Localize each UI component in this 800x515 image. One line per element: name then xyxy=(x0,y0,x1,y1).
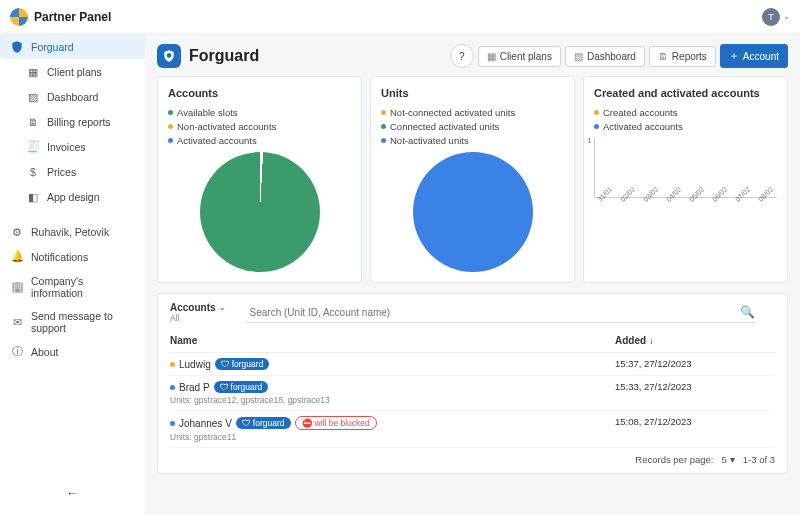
status-dot-icon xyxy=(170,385,175,390)
search-icon[interactable]: 🔍 xyxy=(740,305,755,319)
blocked-tag: ⛔will be blocked xyxy=(295,416,377,430)
sidebar-item-label: Client plans xyxy=(47,66,102,78)
sidebar-item-label: Forguard xyxy=(31,41,74,53)
button-label: Account xyxy=(743,51,779,62)
sidebar-item-support[interactable]: ✉ Send message to support xyxy=(0,304,145,339)
chevron-down-icon: ⌄ xyxy=(783,12,790,21)
sidebar-item-label: Invoices xyxy=(47,141,86,153)
account-name: Brad P xyxy=(179,382,210,393)
app-tag: 🛡forguard xyxy=(236,417,291,429)
sidebar-item-label: Notifications xyxy=(31,251,88,263)
column-name[interactable]: Name xyxy=(170,335,615,346)
sidebar-item-label: Prices xyxy=(47,166,76,178)
legend-dot-icon xyxy=(381,138,386,143)
added-timestamp: 15:37, 27/12/2023 xyxy=(615,358,775,369)
table-row[interactable]: Ludwig 🛡forguard 15:37, 27/12/2023 xyxy=(170,353,775,376)
user-menu[interactable]: T ⌄ xyxy=(762,8,790,26)
grid-icon: ▦ xyxy=(487,51,496,62)
reports-button[interactable]: 🗎Reports xyxy=(649,46,716,67)
filter-label: Accounts xyxy=(170,302,216,313)
per-page-label: Records per page: xyxy=(635,454,713,465)
created-activated-card: Created and activated accounts Created a… xyxy=(583,76,788,283)
card-title: Units xyxy=(381,87,564,99)
sidebar-item-forguard[interactable]: Forguard xyxy=(0,34,145,59)
filter-sublabel: All xyxy=(170,313,226,323)
table-row[interactable]: Brad P 🛡forguard Units: gpstrace12, gpst… xyxy=(170,376,775,411)
y-axis-tick: 1 xyxy=(587,136,591,145)
app-tag: 🛡forguard xyxy=(214,381,269,393)
client-plans-button[interactable]: ▦Client plans xyxy=(478,46,561,67)
table-row[interactable]: Johannes V 🛡forguard ⛔will be blocked Un… xyxy=(170,411,775,448)
page-shield-icon xyxy=(157,44,181,68)
legend-label: Activated accounts xyxy=(177,135,257,146)
column-added[interactable]: Added↓ xyxy=(615,335,775,346)
design-icon: ◧ xyxy=(26,190,40,204)
dollar-icon: $ xyxy=(26,165,40,179)
added-timestamp: 15:33, 27/12/2023 xyxy=(615,381,775,392)
status-dot-icon xyxy=(170,362,175,367)
chevron-down-icon: ▾ xyxy=(730,454,735,465)
doc-icon: 🗎 xyxy=(658,51,668,62)
grid-icon: ▦ xyxy=(26,65,40,79)
sidebar-item-app-design[interactable]: ◧ App design xyxy=(0,184,145,209)
accounts-pie-chart xyxy=(200,152,320,272)
info-icon: ⓘ xyxy=(10,345,24,359)
sidebar-item-label: Billing reports xyxy=(47,116,111,128)
sidebar-item-notifications[interactable]: 🔔 Notifications xyxy=(0,244,145,269)
legend-dot-icon xyxy=(168,124,173,129)
sidebar-item-prices[interactable]: $ Prices xyxy=(0,159,145,184)
sidebar-item-label: Company's information xyxy=(31,275,135,299)
sidebar-item-label: About xyxy=(31,346,58,358)
column-label: Added xyxy=(615,335,646,346)
sidebar-item-about[interactable]: ⓘ About xyxy=(0,339,145,364)
plus-icon: ＋ xyxy=(729,49,739,63)
shield-icon xyxy=(10,40,24,54)
legend-dot-icon xyxy=(168,138,173,143)
pagination: Records per page: 5▾ 1-3 of 3 xyxy=(170,448,775,465)
avatar: T xyxy=(762,8,780,26)
dashboard-button[interactable]: ▨Dashboard xyxy=(565,46,645,67)
accounts-filter[interactable]: Accounts⌄ All xyxy=(170,302,226,323)
dashboard-icon: ▨ xyxy=(574,51,583,62)
help-icon: ? xyxy=(459,51,465,62)
legend-dot-icon xyxy=(381,124,386,129)
legend-dot-icon xyxy=(168,110,173,115)
legend-label: Non-activated accounts xyxy=(177,121,276,132)
x-axis: 31/01 02/02 03/02 04/02 05/02 06/02 07/0… xyxy=(594,198,777,205)
send-icon: ✉ xyxy=(10,315,24,329)
invoice-icon: 🧾 xyxy=(26,140,40,154)
sidebar-item-invoices[interactable]: 🧾 Invoices xyxy=(0,134,145,159)
sidebar-item-ruhavik[interactable]: ⚙ Ruhavik, Petovik xyxy=(0,219,145,244)
sidebar-item-label: App design xyxy=(47,191,100,203)
legend-label: Not-connected activated units xyxy=(390,107,515,118)
app-logo xyxy=(10,8,28,26)
units-subtext: Units: gpstrace12, gpstrace18, gpstrace1… xyxy=(170,395,615,405)
button-label: Dashboard xyxy=(587,51,636,62)
button-label: Reports xyxy=(672,51,707,62)
topbar: Partner Panel T ⌄ xyxy=(0,0,800,34)
sidebar: Forguard ▦ Client plans ▨ Dashboard 🗎 Bi… xyxy=(0,34,145,515)
page-title: Forguard xyxy=(189,47,259,65)
search-input[interactable] xyxy=(246,303,755,323)
sidebar-item-company-info[interactable]: 🏢 Company's information xyxy=(0,269,145,304)
sidebar-item-dashboard[interactable]: ▨ Dashboard xyxy=(0,84,145,109)
sort-desc-icon: ↓ xyxy=(649,335,654,346)
per-page-select[interactable]: 5▾ xyxy=(721,454,734,465)
legend-label: Not-activated units xyxy=(390,135,469,146)
accounts-table-card: Accounts⌄ All 🔍 Name Added↓ Ludwig 🛡f xyxy=(157,293,788,474)
account-name: Ludwig xyxy=(179,359,211,370)
legend-dot-icon xyxy=(381,110,386,115)
collapse-sidebar-button[interactable]: ← xyxy=(61,481,85,505)
legend-label: Created accounts xyxy=(603,107,677,118)
add-account-button[interactable]: ＋Account xyxy=(720,44,788,68)
help-button[interactable]: ? xyxy=(450,44,474,68)
card-title: Accounts xyxy=(168,87,351,99)
units-subtext: Units: gpstrace11 xyxy=(170,432,615,442)
doc-icon: 🗎 xyxy=(26,115,40,129)
button-label: Client plans xyxy=(500,51,552,62)
page-range: 1-3 of 3 xyxy=(743,454,775,465)
legend-label: Connected activated units xyxy=(390,121,499,132)
sidebar-item-client-plans[interactable]: ▦ Client plans xyxy=(0,59,145,84)
added-timestamp: 15:08, 27/12/2023 xyxy=(615,416,775,427)
sidebar-item-billing-reports[interactable]: 🗎 Billing reports xyxy=(0,109,145,134)
